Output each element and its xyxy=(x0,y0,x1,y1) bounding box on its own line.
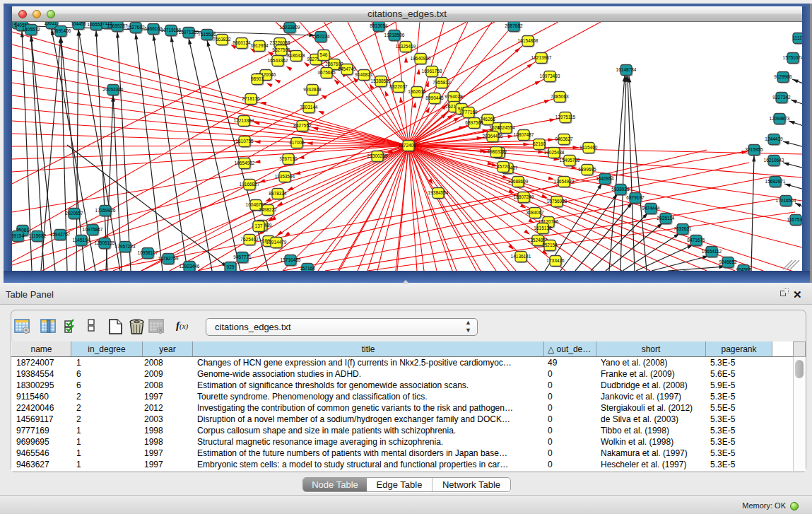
svg-text:10655287: 10655287 xyxy=(107,23,128,28)
svg-text:2718176: 2718176 xyxy=(242,96,260,101)
svg-text:7986322: 7986322 xyxy=(487,149,505,154)
svg-text:7515526: 7515526 xyxy=(198,32,216,37)
svg-text:6899695: 6899695 xyxy=(578,167,596,172)
svg-text:10958107: 10958107 xyxy=(138,250,158,255)
svg-text:2020657: 2020657 xyxy=(65,211,83,216)
svg-text:7955812: 7955812 xyxy=(433,80,451,85)
svg-text:19218506: 19218506 xyxy=(384,33,405,37)
svg-text:9327505: 9327505 xyxy=(272,47,290,52)
svg-text:9242848: 9242848 xyxy=(303,87,322,92)
svg-text:104455: 104455 xyxy=(71,22,86,26)
svg-text:3624554: 3624554 xyxy=(497,125,515,130)
svg-text:18640910: 18640910 xyxy=(411,56,431,61)
svg-text:8322037: 8322037 xyxy=(389,84,408,89)
svg-text:3084067: 3084067 xyxy=(526,210,544,215)
svg-text:20691406: 20691406 xyxy=(51,28,71,33)
svg-text:2867608: 2867608 xyxy=(325,62,343,66)
svg-text:8186328: 8186328 xyxy=(287,53,305,58)
svg-text:10025438: 10025438 xyxy=(544,150,565,155)
svg-text:10975867: 10975867 xyxy=(83,227,103,232)
svg-text:3215955: 3215955 xyxy=(745,147,763,152)
svg-text:1615132: 1615132 xyxy=(534,226,552,230)
svg-text:1498222: 1498222 xyxy=(259,207,277,212)
svg-text:417006: 417006 xyxy=(289,140,305,145)
svg-text:39154: 39154 xyxy=(12,233,24,238)
svg-text:16782759: 16782759 xyxy=(158,256,179,261)
svg-text:16148784: 16148784 xyxy=(616,67,637,72)
svg-text:9794028: 9794028 xyxy=(445,94,463,99)
svg-text:12213967: 12213967 xyxy=(531,55,552,60)
svg-text:7632621: 7632621 xyxy=(673,226,692,231)
svg-text:15716485: 15716485 xyxy=(281,257,301,262)
svg-text:137: 137 xyxy=(255,223,263,228)
svg-text:546: 546 xyxy=(320,52,328,57)
svg-text:8990448: 8990448 xyxy=(425,95,444,100)
svg-text:8427552: 8427552 xyxy=(293,123,312,128)
svg-text:45720: 45720 xyxy=(497,164,510,169)
svg-text:19166827: 19166827 xyxy=(240,182,260,187)
svg-text:12975115: 12975115 xyxy=(555,115,576,119)
svg-text:9245652: 9245652 xyxy=(719,259,737,264)
svg-text:12093873: 12093873 xyxy=(770,116,790,121)
svg-text:3267130: 3267130 xyxy=(279,156,298,161)
svg-text:16971355: 16971355 xyxy=(179,30,199,35)
svg-text:9777169: 9777169 xyxy=(459,110,478,115)
svg-text:6897568: 6897568 xyxy=(465,120,483,125)
svg-text:17016504: 17016504 xyxy=(776,198,796,203)
svg-text:19654932: 19654932 xyxy=(235,160,255,165)
svg-text:18807249: 18807249 xyxy=(514,194,534,199)
svg-text:9129966: 9129966 xyxy=(774,74,792,79)
svg-text:252154: 252154 xyxy=(542,243,558,247)
svg-text:11122: 11122 xyxy=(792,35,802,40)
svg-text:1145194: 1145194 xyxy=(73,238,90,243)
svg-text:1405572: 1405572 xyxy=(22,27,40,32)
svg-text:1115682: 1115682 xyxy=(29,233,47,238)
svg-text:6879197: 6879197 xyxy=(626,195,645,200)
svg-text:5938923: 5938923 xyxy=(611,187,630,192)
svg-text:12923446: 12923446 xyxy=(180,264,200,269)
svg-text:18724007: 18724007 xyxy=(399,143,419,148)
svg-text:62160: 62160 xyxy=(533,141,546,146)
svg-text:15495798: 15495798 xyxy=(560,158,580,163)
svg-text:1244419: 1244419 xyxy=(765,136,783,141)
svg-text:13654923: 13654923 xyxy=(554,179,575,184)
svg-text:2935114: 2935114 xyxy=(657,216,675,221)
svg-text:2087682: 2087682 xyxy=(505,23,523,28)
svg-text:14136141: 14136141 xyxy=(511,254,531,259)
svg-text:929: 929 xyxy=(227,264,235,269)
svg-text:1733426: 1733426 xyxy=(546,258,565,263)
svg-text:9457771: 9457771 xyxy=(233,255,252,259)
svg-text:16154808: 16154808 xyxy=(518,38,539,43)
svg-text:10654112: 10654112 xyxy=(702,249,722,254)
svg-text:1640954: 1640954 xyxy=(596,176,614,181)
svg-text:11353594: 11353594 xyxy=(275,174,295,179)
svg-text:7803144: 7803144 xyxy=(300,105,318,110)
svg-text:16210643: 16210643 xyxy=(764,158,784,163)
svg-text:10914479: 10914479 xyxy=(266,240,287,245)
svg-text:3675685: 3675685 xyxy=(317,70,336,75)
svg-text:23300235: 23300235 xyxy=(367,153,388,158)
svg-text:7357224: 7357224 xyxy=(312,34,330,39)
svg-text:8660124: 8660124 xyxy=(233,40,251,45)
svg-text:7485063: 7485063 xyxy=(551,94,569,99)
svg-text:157164: 157164 xyxy=(300,266,315,271)
svg-text:16033809: 16033809 xyxy=(280,25,300,30)
svg-text:12942757: 12942757 xyxy=(50,232,71,237)
svg-text:9463627: 9463627 xyxy=(555,136,573,141)
svg-text:12213369: 12213369 xyxy=(234,118,254,123)
svg-text:10807487: 10807487 xyxy=(514,132,534,137)
svg-text:98901: 98901 xyxy=(251,76,264,81)
svg-text:17957223: 17957223 xyxy=(115,244,136,249)
svg-text:16961758: 16961758 xyxy=(422,69,442,74)
svg-text:7663822: 7663822 xyxy=(213,37,231,42)
svg-text:20364436: 20364436 xyxy=(483,134,503,139)
svg-text:16543362: 16543362 xyxy=(268,58,288,63)
svg-text:8454749: 8454749 xyxy=(338,66,356,71)
svg-text:924565: 924565 xyxy=(736,267,751,271)
svg-text:7625402: 7625402 xyxy=(240,237,259,242)
svg-text:1362615: 1362615 xyxy=(408,89,426,94)
svg-text:1167534: 1167534 xyxy=(787,217,802,222)
svg-text:6466160: 6466160 xyxy=(144,26,163,31)
svg-text:17359926: 17359926 xyxy=(95,208,116,213)
svg-text:11325419: 11325419 xyxy=(396,44,416,49)
